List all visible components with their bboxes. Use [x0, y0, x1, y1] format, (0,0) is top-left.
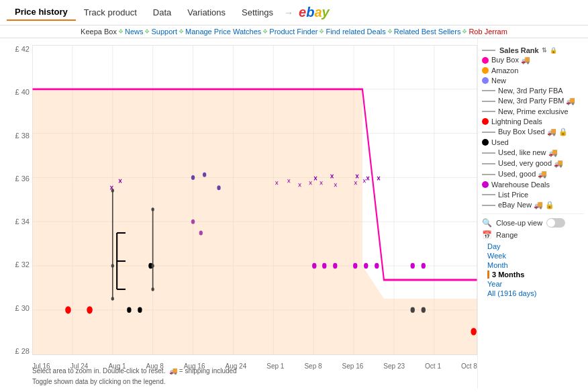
- main-content: £ 42 £ 40 £ 38 £ 36 £ 34 £ 32 £ 30 £ 28: [0, 38, 588, 389]
- svg-point-67: [411, 307, 415, 313]
- legend-item-list-price[interactable]: List Price: [482, 191, 584, 199]
- legend-item-warehouse[interactable]: Warehouse Deals: [482, 181, 584, 189]
- svg-text:×: ×: [309, 179, 313, 187]
- subnav-support[interactable]: Support: [151, 28, 177, 36]
- legend-item-buybox-used[interactable]: Buy Box Used 🚚 🔒: [482, 128, 584, 136]
- sort-icon: ⇅: [542, 47, 547, 54]
- legend-item-new-3p-fbm[interactable]: New, 3rd Party FBM 🚚: [482, 97, 584, 105]
- svg-point-55: [411, 263, 415, 268]
- newprime-line-icon: [482, 111, 495, 112]
- top-nav: Price history Track product Data Variati…: [0, 0, 588, 38]
- x-label-oct1: Oct 1: [425, 362, 441, 370]
- subnav-diamond-3: ❖: [179, 28, 184, 35]
- legend-item-used-very-good[interactable]: Used, very good 🚚: [482, 159, 584, 168]
- lightning-dot-icon: [482, 118, 489, 125]
- svg-text:×: ×: [330, 172, 334, 181]
- svg-point-43: [111, 264, 114, 268]
- tab-data[interactable]: Data: [145, 5, 179, 20]
- toggle-knob: [547, 219, 555, 227]
- warehouse-dot-icon: [482, 181, 489, 188]
- chart-svg-container[interactable]: × × × × × × ×: [32, 45, 477, 355]
- search-icon: 🔍: [482, 218, 492, 228]
- range-all[interactable]: All (1916 days): [487, 289, 584, 297]
- y-label-40: £ 40: [15, 88, 30, 96]
- svg-point-63: [191, 219, 195, 224]
- legend-item-new-3p-fba[interactable]: New, 3rd Party FBA: [482, 87, 584, 95]
- range-year[interactable]: Year: [487, 280, 584, 288]
- ebay-logo: ebay: [299, 5, 330, 20]
- range-label: Range: [496, 231, 518, 239]
- x-label-sep16: Sep 16: [342, 362, 364, 370]
- svg-text:×: ×: [275, 179, 279, 187]
- svg-point-51: [333, 263, 337, 268]
- closeup-row: 🔍 Close-up view: [482, 218, 584, 228]
- legend: Sales Rank ⇅ 🔒 Buy Box 🚚 Amazon New New,…: [477, 38, 588, 389]
- legend-item-amazon[interactable]: Amazon: [482, 66, 584, 75]
- x-label-sep8: Sep 8: [304, 362, 322, 370]
- buybox-dot-icon: [482, 57, 489, 64]
- subnav-news[interactable]: News: [125, 28, 144, 36]
- range-week[interactable]: Week: [487, 252, 584, 260]
- svg-point-52: [353, 263, 357, 268]
- svg-point-35: [65, 306, 71, 313]
- usedverygood-line-icon: [482, 163, 495, 164]
- y-label-32: £ 32: [15, 260, 30, 268]
- subnav-related-best-sellers[interactable]: Related Best Sellers: [394, 28, 461, 36]
- closeup-toggle[interactable]: [546, 218, 565, 228]
- y-axis: £ 42 £ 40 £ 38 £ 36 £ 34 £ 32 £ 30 £ 28: [0, 45, 32, 355]
- subnav-diamond-6: ❖: [387, 28, 393, 35]
- subnav-user[interactable]: Rob Jerram: [469, 28, 507, 36]
- svg-point-44: [111, 297, 114, 301]
- tab-settings[interactable]: Settings: [234, 5, 281, 20]
- closeup-label: Close-up view: [496, 219, 542, 227]
- svg-point-38: [191, 175, 195, 180]
- new3pfba-line-icon: [482, 90, 495, 91]
- subnav-find-related-deals[interactable]: Find related Deals: [326, 28, 385, 36]
- y-label-28: £ 28: [15, 347, 30, 355]
- legend-item-new[interactable]: New: [482, 77, 584, 85]
- range-3months[interactable]: 3 Months: [487, 271, 584, 279]
- tab-price-history[interactable]: Price history: [7, 4, 76, 21]
- sub-nav: Keepa Box ❖ News ❖ Support ❖ Manage Pric…: [0, 26, 588, 38]
- svg-text:×: ×: [298, 181, 302, 189]
- tab-variations[interactable]: Variations: [179, 5, 234, 20]
- legend-item-used-good[interactable]: Used, good 🚚: [482, 170, 584, 179]
- svg-point-40: [217, 185, 220, 190]
- legend-item-used[interactable]: Used: [482, 138, 584, 146]
- legend-item-used-like-new[interactable]: Used, like new 🚚: [482, 148, 584, 157]
- svg-point-29: [138, 307, 142, 313]
- subnav-manage-price-watches[interactable]: Manage Price Watches: [185, 28, 261, 36]
- legend-item-buybox[interactable]: Buy Box 🚚: [482, 56, 584, 64]
- x-label-oct8: Oct 8: [461, 362, 477, 370]
- range-row: 📅 Range: [482, 230, 584, 240]
- range-day[interactable]: Day: [487, 242, 584, 250]
- svg-text:×: ×: [313, 174, 317, 183]
- tab-track-product[interactable]: Track product: [76, 5, 145, 20]
- ebaynew-line-icon: [482, 205, 495, 206]
- legend-item-new-prime[interactable]: New, Prime exclusive: [482, 107, 584, 115]
- range-month[interactable]: Month: [487, 261, 584, 269]
- arrow-icon: →: [284, 7, 293, 18]
- buyboxused-line-icon: [482, 132, 495, 133]
- legend-sales-rank-title: Sales Rank ⇅ 🔒: [482, 46, 584, 54]
- used-dot-icon: [482, 139, 489, 146]
- subnav-product-finder[interactable]: Product Finder: [269, 28, 317, 36]
- legend-item-ebay-new[interactable]: eBay New 🚚 🔒: [482, 201, 584, 209]
- footer-line2: Toggle shown data by clicking on the leg…: [32, 377, 237, 387]
- new-dot-icon: [482, 77, 489, 84]
- subnav-diamond-7: ❖: [462, 28, 467, 35]
- svg-point-50: [322, 263, 326, 268]
- price-chart[interactable]: × × × × × × ×: [32, 45, 477, 355]
- new3pfbm-line-icon: [482, 101, 495, 102]
- calendar-icon: 📅: [482, 230, 492, 240]
- y-label-34: £ 34: [15, 217, 30, 226]
- svg-point-48: [152, 287, 154, 291]
- svg-text:×: ×: [366, 174, 370, 183]
- svg-text:×: ×: [354, 179, 358, 187]
- usedgood-line-icon: [482, 174, 495, 175]
- svg-text:×: ×: [362, 177, 366, 185]
- legend-item-lightning[interactable]: Lightning Deals: [482, 117, 584, 126]
- svg-point-36: [87, 306, 93, 313]
- svg-point-53: [364, 263, 368, 268]
- svg-point-37: [471, 328, 477, 335]
